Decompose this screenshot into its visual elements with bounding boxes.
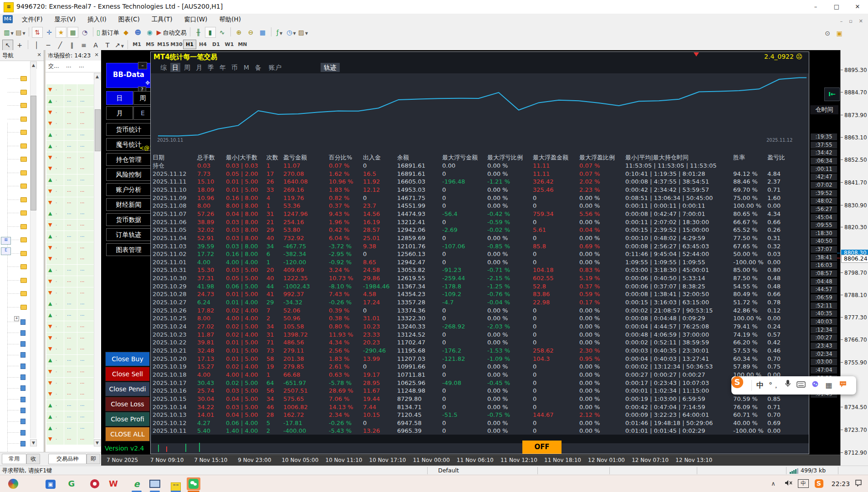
zoom-in-icon[interactable]: ⊕ xyxy=(234,27,245,38)
bar-chart-icon[interactable]: ╫ xyxy=(193,27,204,38)
stats-tab-5[interactable]: 年 xyxy=(218,63,228,72)
menu-1[interactable]: 显示(V) xyxy=(48,14,82,26)
navigator-indicator-item[interactable] xyxy=(8,350,26,357)
crosshair-icon[interactable]: + xyxy=(14,40,25,51)
navigator-indicator-item[interactable] xyxy=(8,405,26,412)
market-watch-row[interactable]: ▼ . ... ... xyxy=(46,242,94,254)
notes-icon[interactable]: ≡≡ xyxy=(169,477,183,490)
market-watch-row[interactable]: ▲ . ... ... xyxy=(46,400,94,411)
volume-muted-icon[interactable] xyxy=(782,479,794,488)
stats-tab-6[interactable]: 币 xyxy=(230,63,240,72)
clock[interactable]: 22:23 xyxy=(830,479,852,488)
navigator-scrollbar[interactable] xyxy=(30,68,36,438)
market-watch-row[interactable]: ▲ . ... ... xyxy=(46,265,94,276)
goto-end-button[interactable]: I← xyxy=(824,87,840,101)
timeframe-M5[interactable]: M5 xyxy=(143,40,157,49)
close-button-close-sell[interactable]: Close Sell xyxy=(105,367,150,381)
navigator-scroll-up[interactable]: ▲ xyxy=(30,62,37,69)
navigator-folder-item[interactable] xyxy=(8,74,27,80)
menu-2[interactable]: 插入(I) xyxy=(82,14,112,26)
navigator-indicator-item[interactable] xyxy=(8,395,26,401)
child-close-icon[interactable]: ✕ xyxy=(856,18,866,24)
stats-tab-3[interactable]: 月 xyxy=(194,63,204,72)
market-watch-row[interactable]: ▼ . ... ... xyxy=(46,118,94,129)
navigator-indicator-item[interactable] xyxy=(8,373,26,379)
tab-changyong[interactable]: 常用 xyxy=(2,454,26,464)
navigator-folder-item[interactable] xyxy=(8,154,27,161)
market-watch-row[interactable]: ▲ . ... ... xyxy=(46,141,94,152)
wps-icon[interactable]: W xyxy=(107,477,120,490)
market-watch-row[interactable]: ▼ . ... ... xyxy=(46,366,94,378)
computer-icon[interactable] xyxy=(148,477,162,490)
ime-punctuation-toggle[interactable]: °， xyxy=(768,379,781,391)
stats-tab-trajectory[interactable]: 轨迹 xyxy=(321,63,340,72)
market-watch-row[interactable]: ▼ . ... ... xyxy=(46,107,94,118)
navigator-folder-item[interactable] xyxy=(8,195,27,201)
ime-mode-tray-icon[interactable]: 中 xyxy=(798,479,809,488)
navigator-folder-item[interactable] xyxy=(8,289,27,295)
market-watch-row[interactable]: ▲ . ... ... xyxy=(46,208,94,220)
tab-shoucang[interactable]: 收 xyxy=(26,454,40,464)
tab-tick-chart[interactable]: 即 xyxy=(87,454,100,464)
indicators-icon[interactable]: ƒ▼ xyxy=(274,27,285,38)
templates-icon[interactable]: ▨▼ xyxy=(298,27,309,38)
label-icon[interactable]: T xyxy=(102,40,113,51)
tray-chevron-icon[interactable]: ∧ xyxy=(769,479,778,488)
bb-menu-0[interactable]: 货币统计 xyxy=(106,123,151,136)
market-watch-row[interactable]: ▼ . ... ... xyxy=(46,220,94,231)
mic-icon[interactable] xyxy=(782,379,793,391)
profiles-icon[interactable]: ▤▼ xyxy=(15,27,26,38)
market-watch-row[interactable]: ▼ . ... ... xyxy=(46,84,94,96)
navigator-folder-item[interactable] xyxy=(8,168,27,174)
menu-3[interactable]: 图表(C) xyxy=(112,14,146,26)
channel-icon[interactable]: ∥ xyxy=(66,40,77,51)
navigator-scroll-down[interactable]: ▼ xyxy=(30,439,37,446)
bb-menu-8[interactable]: 图表管理 xyxy=(106,243,151,256)
stats-tab-8[interactable]: 备 xyxy=(253,63,263,72)
fibonacci-icon[interactable]: ≡ xyxy=(78,40,89,51)
bb-quick-month-button[interactable]: 月 xyxy=(106,106,133,120)
navigator-folder-item[interactable] xyxy=(8,181,27,188)
arrows-icon[interactable]: ↗▼ xyxy=(114,40,125,51)
menu-6[interactable]: 帮助(H) xyxy=(213,14,247,26)
timeframe-W1[interactable]: W1 xyxy=(223,40,236,49)
navigator-indicator-item[interactable] xyxy=(8,417,26,423)
stats-tab-0[interactable]: 综 xyxy=(158,63,168,72)
market-watch-row[interactable]: ▼ . ... ... xyxy=(46,389,94,400)
navigator-scroll-thumb[interactable] xyxy=(31,96,36,210)
files-app-icon[interactable]: ▣ xyxy=(44,477,57,490)
navigator-folder-item[interactable] xyxy=(8,208,27,215)
close-button-close-buy[interactable]: Close Buy xyxy=(105,352,150,366)
timeframe-MN[interactable]: MN xyxy=(236,40,249,49)
mql5-market-icon[interactable]: ◆ xyxy=(121,27,132,38)
vline-icon[interactable]: │ xyxy=(31,40,42,51)
time-axis[interactable]: 7 Nov 20257 Nov 09:107 Nov 15:109 Nov 23… xyxy=(101,455,840,466)
off-toggle-button[interactable]: OFF xyxy=(522,441,562,454)
tab-symbols[interactable]: 交易品种 xyxy=(48,454,87,464)
navigator-folder-item[interactable] xyxy=(8,302,27,309)
timeframe-H1[interactable]: H1 xyxy=(183,40,196,49)
market-watch-row[interactable]: ▲ . ... ... xyxy=(46,231,94,242)
zoom-out-icon[interactable]: ⊖ xyxy=(245,27,256,38)
child-restore-icon[interactable]: ▫ xyxy=(846,18,855,24)
timeframe-M1[interactable]: M1 xyxy=(130,40,143,49)
market-watch-row[interactable]: ▲ . ... ... xyxy=(46,298,94,310)
market-watch-row[interactable]: ▼ . ... ... xyxy=(46,378,94,389)
signals-icon[interactable]: ◉ xyxy=(144,27,155,38)
close-button-close-profi[interactable]: Close Profi xyxy=(105,412,150,426)
market-watch-row[interactable]: ▼ . ... ... xyxy=(46,343,94,355)
timeframe-M30[interactable]: M30 xyxy=(170,40,183,49)
menu-5[interactable]: 窗口(W) xyxy=(178,14,213,26)
child-minimize-icon[interactable]: – xyxy=(837,18,846,24)
maximize-button[interactable]: □ xyxy=(826,0,847,14)
market-watch-row[interactable]: ▼ . ... ... xyxy=(46,253,94,265)
navigator-indicator-item[interactable] xyxy=(8,384,26,390)
keyboard-icon[interactable] xyxy=(795,379,807,391)
market-watch-row[interactable]: ▼ . ... ... xyxy=(46,321,94,333)
browser-icon[interactable] xyxy=(6,477,20,490)
bb-menu-4[interactable]: 账户分析 xyxy=(106,183,151,196)
market-watch-header[interactable]: 交... ... ... xyxy=(46,61,101,72)
navigator-icon[interactable]: ★ xyxy=(56,27,66,38)
timeframe-H4[interactable]: H4 xyxy=(196,40,209,49)
bb-menu-7[interactable]: 订单轨迹 xyxy=(106,228,151,241)
